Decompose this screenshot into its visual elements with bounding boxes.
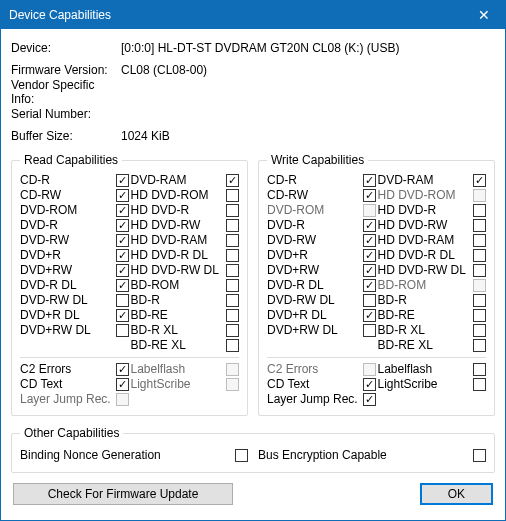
read-bd-r-checkbox[interactable] xyxy=(226,294,239,307)
write-labelflash-label: Labelflash xyxy=(378,362,433,377)
write-hd-dvd-rw-dl-item: HD DVD-RW DL xyxy=(378,263,487,278)
write-hd-dvd-ram-checkbox[interactable] xyxy=(473,234,486,247)
write-hd-dvd-rw-dl-checkbox[interactable] xyxy=(473,264,486,277)
write-bd-re-checkbox[interactable] xyxy=(473,309,486,322)
device-label: Device: xyxy=(11,41,121,55)
read-dvd-rw-dl-checkbox[interactable] xyxy=(116,294,129,307)
write-hd-dvd-r-dl-checkbox[interactable] xyxy=(473,249,486,262)
read-hd-dvd-rom-label: HD DVD-ROM xyxy=(131,188,209,203)
button-row: Check For Firmware Update OK xyxy=(11,483,495,505)
read-dvd-r-dl-checkbox[interactable] xyxy=(116,309,129,322)
write-dvd-rw-checkbox[interactable] xyxy=(363,264,376,277)
write-bd-r-label: BD-R xyxy=(378,293,407,308)
read-bd-re-checkbox[interactable] xyxy=(226,309,239,322)
read-dvd-rom-checkbox[interactable] xyxy=(116,204,129,217)
read-dvd-rw-checkbox[interactable] xyxy=(116,234,129,247)
read-c2-errors-label: C2 Errors xyxy=(20,362,71,377)
write-cd-rw-checkbox[interactable] xyxy=(363,189,376,202)
read-dvd-r-checkbox[interactable] xyxy=(116,219,129,232)
serial-number-input[interactable] xyxy=(121,104,271,124)
divider xyxy=(267,357,486,358)
read-dvd-r-dl-item: DVD-R DL xyxy=(20,278,129,293)
write-cd-text-checkbox[interactable] xyxy=(363,378,376,391)
write-bd-r-xl-checkbox[interactable] xyxy=(473,324,486,337)
write-cd-r-item: CD-R xyxy=(267,173,376,188)
vendor-specific-input[interactable] xyxy=(121,82,271,102)
write-dvd-rw-dl-checkbox[interactable] xyxy=(363,294,376,307)
write-bd-re-xl-checkbox[interactable] xyxy=(473,339,486,352)
write-cd-r-label: CD-R xyxy=(267,173,297,188)
write-bd-r-xl-label: BD-R XL xyxy=(378,323,425,338)
read-dvd-r-item: DVD+R xyxy=(20,248,129,263)
close-button[interactable]: ✕ xyxy=(463,1,505,29)
write-hd-dvd-ram-item: HD DVD-RAM xyxy=(378,233,487,248)
read-bd-re-xl-label: BD-RE XL xyxy=(131,338,186,353)
read-dvd-r-dl-checkbox[interactable] xyxy=(116,279,129,292)
write-dvd-r-dl-label: DVD+R DL xyxy=(267,308,327,323)
read-cd-rw-checkbox[interactable] xyxy=(116,189,129,202)
write-lightscribe-item: LightScribe xyxy=(378,377,487,392)
read-c2-errors-checkbox[interactable] xyxy=(116,363,129,376)
write-bd-re-item: BD-RE xyxy=(378,308,487,323)
write-cd-r-checkbox[interactable] xyxy=(363,174,376,187)
write-hd-dvd-rom-checkbox xyxy=(473,189,486,202)
read-labelflash-checkbox xyxy=(226,363,239,376)
write-dvd-r-dl-checkbox[interactable] xyxy=(363,309,376,322)
read-dvd-rom-label: DVD-ROM xyxy=(20,203,77,218)
read-hd-dvd-rom-checkbox[interactable] xyxy=(226,189,239,202)
write-dvd-r-checkbox[interactable] xyxy=(363,219,376,232)
content-area: Device: [0:0:0] HL-DT-ST DVDRAM GT20N CL… xyxy=(1,29,505,515)
read-hd-dvd-ram-label: HD DVD-RAM xyxy=(131,233,208,248)
read-dvd-rw-dl-checkbox[interactable] xyxy=(116,324,129,337)
write-hd-dvd-rw-checkbox[interactable] xyxy=(473,219,486,232)
read-dvd-rw-checkbox[interactable] xyxy=(116,264,129,277)
read-c2-errors-item: C2 Errors xyxy=(20,362,129,377)
buffer-label: Buffer Size: xyxy=(11,129,121,143)
write-bd-r-checkbox[interactable] xyxy=(473,294,486,307)
write-dvd-r-dl-checkbox[interactable] xyxy=(363,279,376,292)
write-dvd-ram-checkbox[interactable] xyxy=(473,174,486,187)
write-labelflash-checkbox[interactable] xyxy=(473,363,486,376)
read-bd-rom-checkbox[interactable] xyxy=(226,279,239,292)
firmware-label: Firmware Version: xyxy=(11,63,121,77)
read-dvd-ram-checkbox[interactable] xyxy=(226,174,239,187)
write-legend: Write Capabilities xyxy=(267,153,368,167)
read-hd-dvd-ram-item: HD DVD-RAM xyxy=(131,233,240,248)
read-hd-dvd-rw-checkbox[interactable] xyxy=(226,219,239,232)
read-bd-r-xl-item: BD-R XL xyxy=(131,323,240,338)
read-cd-r-checkbox[interactable] xyxy=(116,174,129,187)
write-dvd-rw-checkbox[interactable] xyxy=(363,234,376,247)
read-hd-dvd-ram-checkbox[interactable] xyxy=(226,234,239,247)
check-firmware-button[interactable]: Check For Firmware Update xyxy=(13,483,233,505)
write-dvd-rom-item: DVD-ROM xyxy=(267,203,376,218)
read-layer-jump-rec-item: Layer Jump Rec. xyxy=(20,392,129,407)
read-dvd-r-label: DVD-R xyxy=(20,218,58,233)
write-dvd-rw-label: DVD+RW xyxy=(267,263,319,278)
read-dvd-rw-item: DVD-RW xyxy=(20,233,129,248)
write-layer-jump-rec-label: Layer Jump Rec. xyxy=(267,392,358,407)
ok-button[interactable]: OK xyxy=(420,483,493,505)
write-dvd-r-item: DVD+R xyxy=(267,248,376,263)
write-hd-dvd-rom-label: HD DVD-ROM xyxy=(378,188,456,203)
write-bd-rom-label: BD-ROM xyxy=(378,278,427,293)
read-hd-dvd-r-dl-item: HD DVD-R DL xyxy=(131,248,240,263)
read-labelflash-item: Labelflash xyxy=(131,362,240,377)
read-hd-dvd-rom-item: HD DVD-ROM xyxy=(131,188,240,203)
binding-nonce-checkbox[interactable] xyxy=(235,449,248,462)
read-bd-r-xl-checkbox[interactable] xyxy=(226,324,239,337)
read-bd-re-xl-item: BD-RE XL xyxy=(131,338,240,353)
write-dvd-rw-dl-checkbox[interactable] xyxy=(363,324,376,337)
write-dvd-r-label: DVD+R xyxy=(267,248,308,263)
read-cd-text-checkbox[interactable] xyxy=(116,378,129,391)
read-hd-dvd-rw-dl-checkbox[interactable] xyxy=(226,264,239,277)
write-lightscribe-checkbox[interactable] xyxy=(473,378,486,391)
write-dvd-r-checkbox[interactable] xyxy=(363,249,376,262)
write-hd-dvd-r-checkbox[interactable] xyxy=(473,204,486,217)
write-layer-jump-rec-checkbox[interactable] xyxy=(363,393,376,406)
bus-encryption-checkbox[interactable] xyxy=(473,449,486,462)
read-bd-re-xl-checkbox[interactable] xyxy=(226,339,239,352)
read-hd-dvd-r-checkbox[interactable] xyxy=(226,204,239,217)
write-dvd-ram-item: DVD-RAM xyxy=(378,173,487,188)
read-hd-dvd-r-dl-checkbox[interactable] xyxy=(226,249,239,262)
read-dvd-r-checkbox[interactable] xyxy=(116,249,129,262)
